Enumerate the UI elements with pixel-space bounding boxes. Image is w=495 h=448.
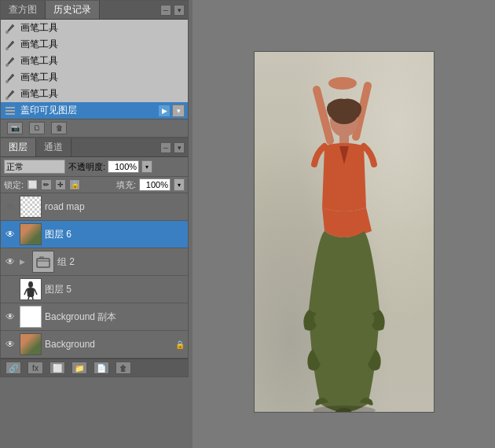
tab-通道[interactable]: 通道 xyxy=(36,138,72,156)
history-list: 画笔工具 画笔工具 画笔工具 画笔工具 画笔工具 xyxy=(1,20,188,119)
layer-mask-btn[interactable]: ⬜ xyxy=(50,362,65,374)
layer-group-btn[interactable]: 📁 xyxy=(72,362,87,374)
history-delete-btn[interactable]: 🗑 xyxy=(51,122,67,134)
fill-arrow-btn[interactable]: ▾ xyxy=(174,178,185,191)
layer-road-map[interactable]: 👁 road map xyxy=(1,193,188,221)
blend-mode-select[interactable]: 正常 xyxy=(4,160,65,174)
brush-icon-2 xyxy=(4,39,16,51)
layer-eye-road-map[interactable]: 👁 xyxy=(4,200,16,213)
history-footer: 📷 🗋 🗑 xyxy=(1,119,188,137)
layers-panel-icons: ─ ▾ xyxy=(160,138,188,156)
layer-background[interactable]: 👁 Background 🔒 xyxy=(1,331,188,358)
svg-line-13 xyxy=(32,296,33,299)
svg-point-1 xyxy=(6,47,9,50)
layer-name-6: 图层 6 xyxy=(45,228,185,241)
history-label-5: 画笔工具 xyxy=(20,87,58,101)
layer-group-2[interactable]: 👁 ▶ 组 2 xyxy=(1,248,188,276)
history-new-snapshot-btn[interactable]: 📷 xyxy=(7,122,23,134)
svg-rect-6 xyxy=(6,110,15,112)
opacity-row: 不透明度: ▾ xyxy=(68,160,152,173)
fill-input[interactable] xyxy=(139,178,170,191)
layer-thumb-5 xyxy=(20,278,42,300)
svg-point-21 xyxy=(313,406,376,412)
layer-6[interactable]: 👁 图层 6 xyxy=(1,221,188,248)
layers-blend-row: 正常 不透明度: ▾ xyxy=(1,157,188,177)
history-label-2: 画笔工具 xyxy=(20,38,58,51)
history-label-4: 画笔工具 xyxy=(20,71,58,84)
layers-panel-tabs: 图层 通道 ─ ▾ xyxy=(1,138,188,157)
layer-link-btn[interactable]: 🔗 xyxy=(6,362,21,374)
panel-menu-btn[interactable]: ▾ xyxy=(174,5,185,16)
layer-name-group-2: 组 2 xyxy=(57,255,185,269)
svg-point-9 xyxy=(28,281,33,288)
svg-line-10 xyxy=(24,289,27,295)
layer-eye-6[interactable]: 👁 xyxy=(4,228,16,241)
history-item-5[interactable]: 画笔工具 xyxy=(1,86,188,102)
canvas-area xyxy=(192,0,495,448)
svg-line-11 xyxy=(35,289,37,295)
lock-all-icon[interactable]: 🔒 xyxy=(69,179,80,190)
layer-thumb-bg-copy xyxy=(20,306,42,328)
history-item-6[interactable]: 盖印可见图层 ▶ ▾ xyxy=(1,102,188,119)
layer-thumb-group-2 xyxy=(32,251,54,273)
layer-lock-icon-bg: 🔒 xyxy=(175,340,185,349)
svg-point-17 xyxy=(328,77,357,90)
layer-name-bg-copy: Background 副本 xyxy=(45,310,185,324)
history-item-3[interactable]: 画笔工具 xyxy=(1,53,188,69)
tab-图层[interactable]: 图层 xyxy=(1,138,36,156)
history-new-doc-btn[interactable]: 🗋 xyxy=(29,122,45,134)
brush-icon-1 xyxy=(4,22,16,35)
layer-eye-bg-copy[interactable]: 👁 xyxy=(4,310,16,323)
dancer-photo xyxy=(254,51,434,413)
history-item-4[interactable]: 画笔工具 xyxy=(1,69,188,86)
brush-icon-5 xyxy=(4,88,16,101)
layer-thumb-road-map xyxy=(20,196,42,218)
svg-rect-8 xyxy=(37,259,50,267)
tab-历史记录[interactable]: 历史记录 xyxy=(46,1,100,19)
svg-line-12 xyxy=(28,296,29,299)
lock-fill-row: 锁定: ⬜ ✏ ✛ 🔒 填充: ▾ xyxy=(1,177,188,193)
brush-icon-3 xyxy=(4,55,16,68)
dancer-svg xyxy=(273,74,415,412)
layer-fx-btn[interactable]: fx xyxy=(28,362,43,374)
tab-查方图[interactable]: 查方图 xyxy=(1,1,46,19)
svg-line-15 xyxy=(317,90,330,141)
layer-background-copy[interactable]: 👁 Background 副本 xyxy=(1,303,188,331)
history-panel: 查方图 历史记录 ─ ▾ 画笔工具 画笔工具 画笔工具 xyxy=(0,0,189,138)
layer-name-bg: Background xyxy=(45,339,172,350)
layer-5[interactable]: 👁 图层 5 xyxy=(1,276,188,303)
history-item-2[interactable]: 画笔工具 xyxy=(1,36,188,53)
svg-rect-7 xyxy=(6,113,15,115)
photo-container xyxy=(254,51,434,413)
opacity-label: 不透明度: xyxy=(68,161,105,173)
merge-icon xyxy=(4,105,16,117)
svg-point-0 xyxy=(6,31,9,34)
group-expand-arrow[interactable]: ▶ xyxy=(20,258,29,266)
lock-transparency-icon[interactable]: ⬜ xyxy=(27,179,38,190)
history-label-3: 画笔工具 xyxy=(20,54,58,68)
panel-minimize-btn[interactable]: ─ xyxy=(160,5,171,16)
layer-eye-group-2[interactable]: 👁 xyxy=(4,255,16,268)
history-panel-tabs: 查方图 历史记录 ─ ▾ xyxy=(1,1,188,20)
svg-point-4 xyxy=(6,97,9,100)
svg-rect-5 xyxy=(6,107,15,108)
layer-name-5: 图层 5 xyxy=(45,283,185,296)
layers-menu-btn[interactable]: ▾ xyxy=(174,142,185,153)
history-arrow-icon: ▾ xyxy=(172,105,185,117)
history-state-icon: ▶ xyxy=(158,105,170,117)
layer-eye-bg[interactable]: 👁 xyxy=(4,338,16,351)
lock-position-icon[interactable]: ✛ xyxy=(55,179,66,190)
opacity-arrow-btn[interactable]: ▾ xyxy=(141,160,152,173)
layers-footer: 🔗 fx ⬜ 📁 📄 🗑 xyxy=(1,358,188,376)
lock-paint-icon[interactable]: ✏ xyxy=(41,179,52,190)
panel-header-icons: ─ ▾ xyxy=(160,1,188,19)
opacity-input[interactable] xyxy=(108,160,139,173)
history-item-1[interactable]: 画笔工具 xyxy=(1,20,188,36)
layer-name-road-map: road map xyxy=(45,201,185,212)
history-label-1: 画笔工具 xyxy=(20,21,58,35)
history-label-6: 盖印可见图层 xyxy=(20,104,77,117)
layers-minimize-btn[interactable]: ─ xyxy=(160,142,171,153)
lock-label: 锁定: xyxy=(4,179,24,191)
layer-delete-btn[interactable]: 🗑 xyxy=(116,362,131,374)
layer-new-btn[interactable]: 📄 xyxy=(94,362,109,374)
